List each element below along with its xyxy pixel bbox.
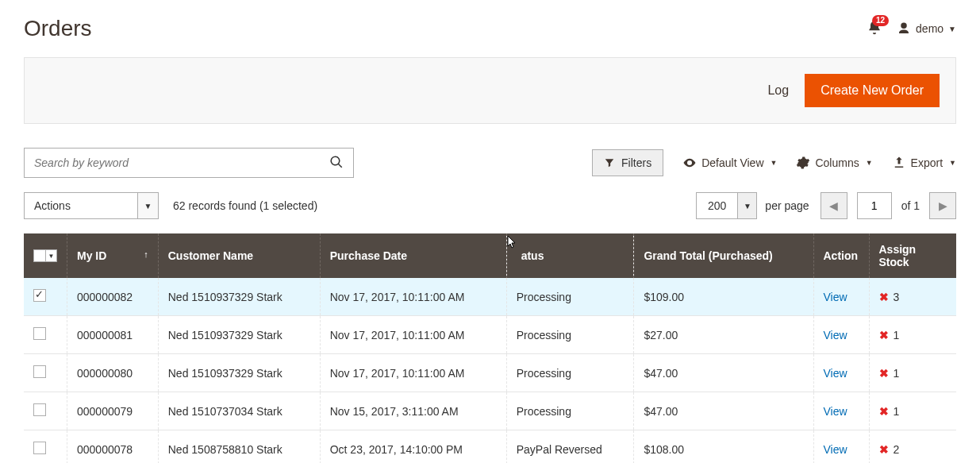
cell-my-id: 000000079 — [67, 392, 159, 430]
create-new-order-button[interactable]: Create New Order — [805, 74, 940, 107]
caret-down-icon: ▼ — [948, 25, 956, 33]
cell-grand-total: $108.00 — [634, 430, 813, 464]
view-link[interactable]: View — [824, 443, 847, 456]
cell-status: PayPal Reversed — [506, 430, 634, 464]
cell-purchase-date: Nov 17, 2017, 10:11:00 AM — [320, 354, 506, 392]
cell-status: Processing — [506, 278, 634, 316]
assign-stock-cell[interactable]: ✖3 — [879, 291, 947, 303]
row-checkbox[interactable] — [33, 289, 46, 302]
cell-status: Processing — [506, 316, 634, 354]
assign-stock-cell[interactable]: ✖1 — [879, 367, 947, 380]
filters-label: Filters — [621, 156, 651, 169]
user-menu[interactable]: demo ▼ — [897, 21, 956, 36]
cell-my-id: 000000081 — [67, 316, 159, 354]
col-header-my-id[interactable]: My ID↑ — [67, 233, 159, 278]
cell-my-id: 000000080 — [67, 354, 159, 392]
records-found-text: 62 records found (1 selected) — [173, 199, 317, 212]
view-link[interactable]: View — [824, 405, 847, 418]
assign-stock-cell[interactable]: ✖1 — [879, 405, 947, 418]
cell-customer-name: Ned 1510937329 Stark — [158, 354, 320, 392]
actions-dropdown[interactable]: Actions ▼ — [24, 192, 159, 219]
notifications-badge: 12 — [872, 15, 889, 26]
assign-stock-cell[interactable]: ✖1 — [879, 329, 947, 341]
search-input[interactable] — [25, 149, 320, 177]
table-row: 000000078Ned 1508758810 StarkOct 23, 201… — [24, 430, 956, 464]
cell-customer-name: Ned 1510937329 Stark — [158, 316, 320, 354]
export-dropdown[interactable]: Export ▼ — [892, 156, 956, 170]
view-link[interactable]: View — [824, 291, 847, 303]
cell-grand-total: $47.00 — [634, 392, 813, 430]
col-header-assign-stock[interactable]: Assign Stock — [869, 233, 956, 278]
table-row: 000000081Ned 1510937329 StarkNov 17, 201… — [24, 316, 956, 354]
caret-down-icon: ▼ — [771, 159, 778, 167]
search-button[interactable] — [320, 155, 353, 172]
cell-grand-total: $27.00 — [634, 316, 813, 354]
export-icon — [892, 156, 906, 170]
view-link[interactable]: View — [824, 329, 847, 341]
user-name: demo — [916, 22, 943, 35]
cell-customer-name: Ned 1508758810 Stark — [158, 430, 320, 464]
chevron-right-icon: ▶ — [939, 199, 947, 212]
page-title: Orders — [24, 16, 92, 41]
caret-down-icon: ▼ — [949, 159, 956, 167]
view-link[interactable]: View — [824, 367, 847, 380]
notifications-button[interactable]: 12 — [867, 20, 882, 38]
cell-customer-name: Ned 1510937329 Stark — [158, 278, 320, 316]
assign-count: 1 — [894, 329, 900, 341]
col-header-grand-total[interactable]: Grand Total (Purchased) — [634, 233, 813, 278]
columns-label: Columns — [815, 156, 859, 169]
prev-page-button[interactable]: ◀ — [821, 192, 847, 219]
x-icon: ✖ — [879, 291, 889, 303]
select-all-dropdown[interactable]: ▼ — [33, 249, 57, 262]
checkbox-icon — [33, 249, 46, 262]
search-container — [24, 148, 354, 178]
chevron-left-icon: ◀ — [829, 199, 838, 212]
caret-down-icon: ▼ — [866, 159, 873, 167]
search-icon — [329, 155, 344, 169]
cursor-icon — [505, 235, 517, 251]
row-checkbox[interactable] — [33, 442, 46, 454]
cell-grand-total: $47.00 — [634, 354, 813, 392]
assign-stock-cell[interactable]: ✖2 — [879, 443, 947, 456]
cell-purchase-date: Oct 23, 2017, 14:10:00 PM — [320, 430, 506, 464]
export-label: Export — [911, 156, 943, 169]
cell-purchase-date: Nov 17, 2017, 10:11:00 AM — [320, 316, 506, 354]
filters-button[interactable]: Filters — [592, 149, 663, 176]
default-view-dropdown[interactable]: Default View ▼ — [682, 156, 777, 170]
user-icon — [897, 21, 911, 36]
cell-purchase-date: Nov 15, 2017, 3:11:00 AM — [320, 392, 506, 430]
cell-status: Processing — [506, 392, 634, 430]
per-page-selector[interactable]: 200 ▼ — [696, 192, 757, 219]
default-view-label: Default View — [701, 156, 763, 169]
caret-down-icon: ▼ — [46, 249, 57, 262]
assign-count: 2 — [894, 443, 900, 456]
caret-down-icon: ▼ — [137, 193, 158, 218]
cell-grand-total: $109.00 — [634, 278, 813, 316]
table-row: 000000082Ned 1510937329 StarkNov 17, 201… — [24, 278, 956, 316]
page-of-text: of 1 — [901, 199, 920, 212]
gear-icon — [796, 156, 810, 170]
row-checkbox[interactable] — [33, 327, 46, 340]
col-header-customer-name[interactable]: Customer Name — [158, 233, 320, 278]
funnel-icon — [604, 157, 615, 168]
log-link[interactable]: Log — [767, 83, 789, 98]
table-row: 000000080Ned 1510937329 StarkNov 17, 201… — [24, 354, 956, 392]
row-checkbox[interactable] — [33, 365, 46, 378]
col-header-status[interactable]: atus — [506, 233, 634, 278]
cell-purchase-date: Nov 17, 2017, 10:11:00 AM — [320, 278, 506, 316]
x-icon: ✖ — [879, 329, 889, 341]
cell-my-id: 000000078 — [67, 430, 159, 464]
current-page-input[interactable] — [857, 192, 892, 219]
orders-table: ▼ My ID↑ Customer Name Purchase Date atu… — [24, 233, 956, 463]
per-page-label: per page — [765, 199, 809, 212]
col-header-action[interactable]: Action — [813, 233, 869, 278]
next-page-button[interactable]: ▶ — [929, 192, 956, 219]
actions-label: Actions — [25, 199, 137, 212]
col-header-purchase-date[interactable]: Purchase Date — [320, 233, 506, 278]
row-checkbox[interactable] — [33, 403, 46, 416]
x-icon: ✖ — [879, 405, 889, 418]
columns-dropdown[interactable]: Columns ▼ — [796, 156, 872, 170]
cell-status: Processing — [506, 354, 634, 392]
cell-customer-name: Ned 1510737034 Stark — [158, 392, 320, 430]
table-row: 000000079Ned 1510737034 StarkNov 15, 201… — [24, 392, 956, 430]
